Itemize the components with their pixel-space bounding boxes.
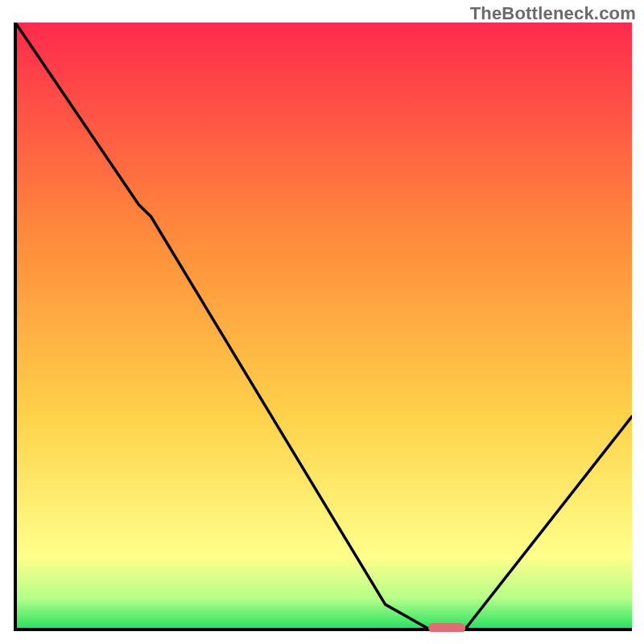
- optimum-marker: [428, 623, 465, 632]
- plot-area: [12, 23, 632, 632]
- heat-gradient: [15, 23, 632, 629]
- chart-stage: TheBottleneck.com: [0, 0, 644, 644]
- plot-svg: [12, 23, 632, 632]
- watermark-text: TheBottleneck.com: [470, 3, 636, 24]
